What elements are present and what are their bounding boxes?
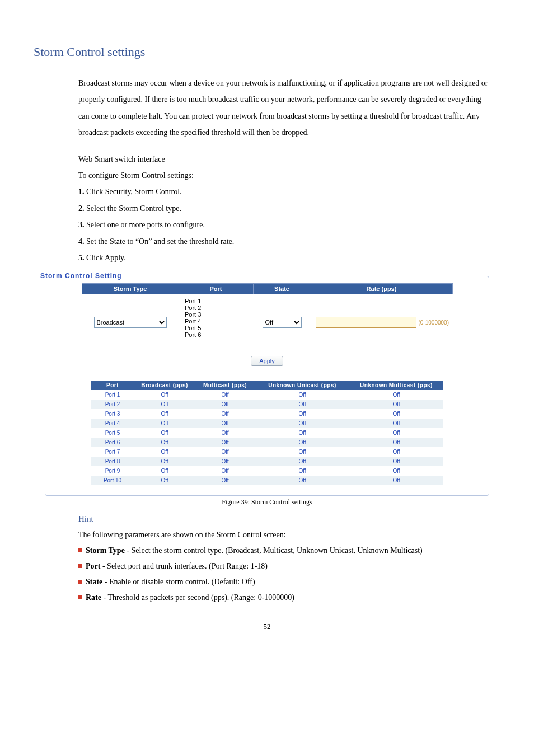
hint-bold: Storm Type [86,546,125,555]
table-row: Port 3OffOffOffOff [91,409,443,419]
header-state: State [253,284,311,294]
step-1-text: Click Security, Storm Control. [85,187,182,196]
config-table: Storm Type Port State Rate (pps) Broadca… [82,283,453,350]
status-header-multicast: Multicast (pps) [195,381,255,390]
table-cell: Off [134,476,195,485]
hint-text: - Select the storm control type. (Broadc… [125,546,423,555]
header-rate: Rate (pps) [311,284,452,294]
storm-control-panel: Storm Type Port State Rate (pps) Broadca… [45,276,489,496]
hint-text: - Select port and trunk interfaces. (Por… [100,562,268,570]
panel-legend: Storm Control Setting [38,272,124,280]
hint-text: - Threshold as packets per second (pps).… [101,593,294,602]
state-select[interactable]: Off [263,317,302,328]
step-4-text: Set the State to “On” and set the thresh… [85,237,235,246]
table-cell: Off [134,419,195,428]
step-2-num: 2. [78,204,85,213]
figure-caption: Figure 39: Storm Control settings [34,498,500,506]
rate-input[interactable] [316,317,416,328]
storm-type-select[interactable]: Broadcast [94,317,167,328]
table-cell: Port 3 [91,409,134,419]
table-cell: Off [195,447,255,457]
hint-heading: Hint [78,514,500,524]
table-cell: Off [349,447,443,457]
table-cell: Port 6 [91,438,134,447]
rate-hint: (0-1000000) [416,320,449,326]
table-cell: Off [134,390,195,400]
hint-text: - Enable or disable storm control. (Defa… [102,577,255,586]
table-cell: Port 5 [91,428,134,438]
table-cell: Off [134,466,195,476]
port-list[interactable]: Port 1 Port 2 Port 3 Port 4 Port 5 Port … [182,297,241,348]
intro-paragraph: Broadcast storms may occur when a device… [78,75,489,141]
step-3: 3. Select one or more ports to configure… [78,217,489,233]
hint-intro: The following parameters are shown on th… [78,527,500,543]
table-cell: Port 7 [91,447,134,457]
table-cell: Port 4 [91,419,134,428]
table-cell: Off [349,457,443,466]
step-5: 5. Click Apply. [78,250,489,266]
status-header-unknown-multicast: Unknown Multicast (pps) [349,381,443,390]
port-option[interactable]: Port 5 [184,325,240,331]
header-port: Port [179,284,253,294]
hint-item-state: State - Enable or disable storm control.… [78,574,500,590]
status-header-unknown-unicast: Unknown Unicast (pps) [255,381,349,390]
header-storm-type: Storm Type [82,284,179,294]
step-2: 2. Select the Storm Control type. [78,200,489,217]
table-cell: Off [134,438,195,447]
table-cell: Off [255,476,349,485]
table-row: Port 1OffOffOffOff [91,390,443,400]
hint-item-rate: Rate - Threshold as packets per second (… [78,590,500,605]
hint-bold: State [86,577,102,586]
table-cell: Port 8 [91,457,134,466]
apply-button[interactable]: Apply [251,356,283,366]
table-row: Port 4OffOffOffOff [91,419,443,428]
table-cell: Off [349,419,443,428]
table-cell: Off [195,466,255,476]
port-option[interactable]: Port 2 [184,304,240,311]
status-header-port: Port [91,381,134,390]
table-row: Port 10OffOffOffOff [91,476,443,485]
table-cell: Off [134,428,195,438]
table-cell: Off [195,419,255,428]
table-cell: Off [255,428,349,438]
table-cell: Off [134,457,195,466]
bullet-icon [78,548,82,552]
table-cell: Port 10 [91,476,134,485]
table-cell: Off [255,457,349,466]
table-cell: Off [134,400,195,409]
step-3-num: 3. [78,220,85,229]
table-cell: Port 2 [91,400,134,409]
section-title: Storm Control settings [34,45,500,59]
status-header-broadcast: Broadcast (pps) [134,381,195,390]
table-cell: Off [255,438,349,447]
port-option[interactable]: Port 4 [184,318,240,325]
table-cell: Off [255,390,349,400]
table-cell: Off [255,419,349,428]
hint-item-storm-type: Storm Type - Select the storm control ty… [78,543,500,558]
port-option[interactable]: Port 1 [184,298,240,304]
table-cell: Off [195,409,255,419]
table-cell: Off [195,400,255,409]
table-cell: Port 1 [91,390,134,400]
bullet-icon [78,580,82,584]
hint-bold: Rate [86,593,101,602]
table-row: Port 5OffOffOffOff [91,428,443,438]
table-cell: Off [349,476,443,485]
step-1-num: 1. [78,187,85,196]
step-5-num: 5. [78,253,85,262]
config-line: To configure Storm Control settings: [78,167,489,184]
table-cell: Off [195,476,255,485]
bullet-icon [78,595,82,599]
table-row: Port 2OffOffOffOff [91,400,443,409]
table-cell: Off [349,409,443,419]
table-row: Port 8OffOffOffOff [91,457,443,466]
bullet-icon [78,564,82,568]
step-4-num: 4. [78,237,85,246]
table-cell: Off [195,457,255,466]
table-row: Port 7OffOffOffOff [91,447,443,457]
table-cell: Off [349,428,443,438]
port-option[interactable]: Port 6 [184,331,240,338]
port-option[interactable]: Port 3 [184,311,240,318]
table-cell: Off [134,409,195,419]
step-1: 1. Click Security, Storm Control. [78,184,489,200]
